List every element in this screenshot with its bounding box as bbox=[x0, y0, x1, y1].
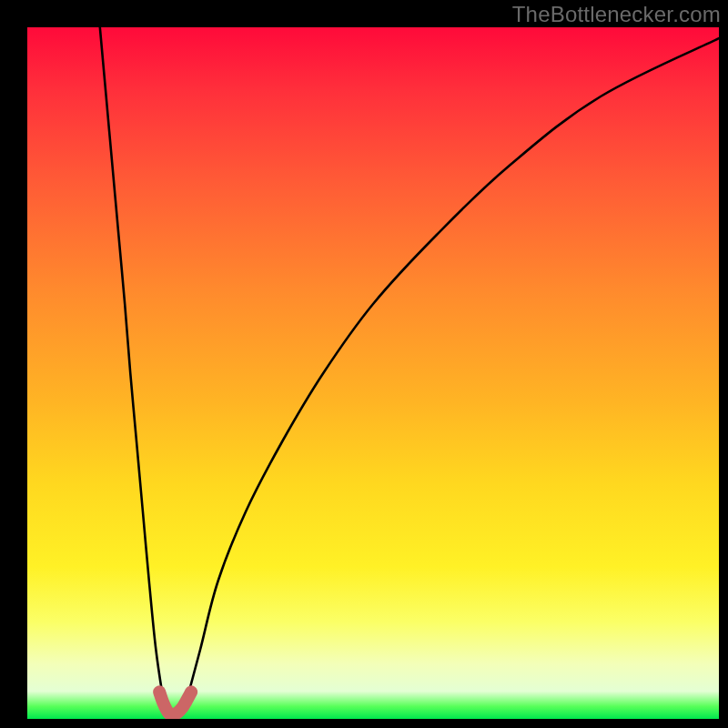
chart-plot-area bbox=[27, 27, 719, 719]
watermark-text: TheBottlenecker.com bbox=[512, 2, 721, 27]
dip-marker-blob bbox=[159, 692, 191, 713]
app-frame: TheBottlenecker.com bbox=[0, 0, 728, 728]
curve-right-branch bbox=[187, 38, 719, 702]
chart-curves-svg bbox=[27, 27, 719, 719]
curve-left-branch bbox=[100, 27, 164, 702]
